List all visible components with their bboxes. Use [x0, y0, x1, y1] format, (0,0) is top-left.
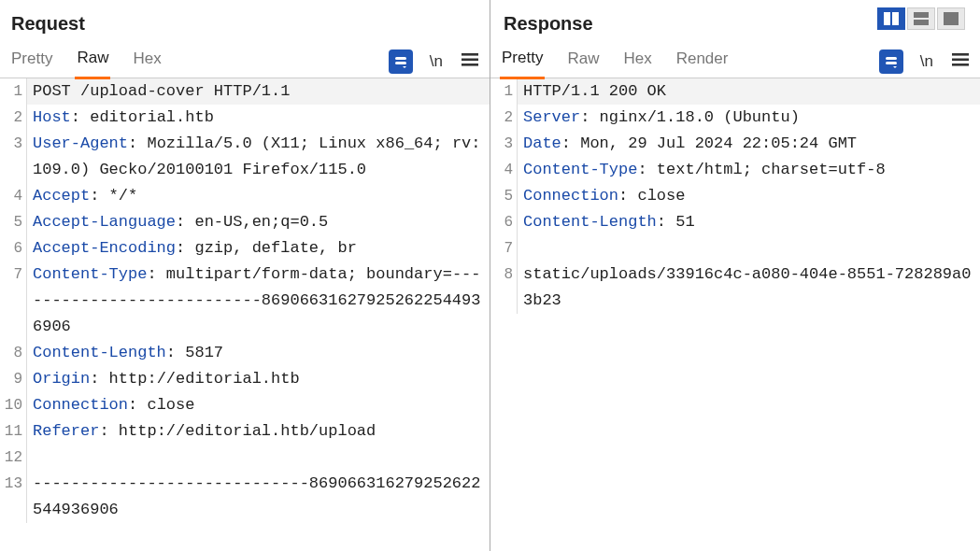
actions-icon[interactable] [879, 49, 903, 74]
response-editor[interactable]: 1HTTP/1.1 200 OK2Server: nginx/1.18.0 (U… [490, 78, 980, 551]
line-number: 10 [0, 392, 26, 418]
response-panel: Response Pretty Raw Hex Render \n 1HTTP/… [490, 0, 980, 551]
newline-toggle[interactable]: \n [918, 52, 935, 71]
line-content[interactable]: static/uploads/33916c4c-a080-404e-8551-7… [517, 261, 980, 314]
line-content[interactable]: Date: Mon, 29 Jul 2024 22:05:24 GMT [517, 131, 980, 157]
svg-rect-13 [952, 59, 969, 62]
menu-icon[interactable] [950, 52, 971, 71]
text-segment: : en-US,en;q=0.5 [176, 213, 328, 231]
editor-line: 3User-Agent: Mozilla/5.0 (X11; Linux x86… [0, 131, 490, 183]
tab-response-raw[interactable]: Raw [565, 46, 601, 78]
tab-response-hex[interactable]: Hex [621, 46, 653, 78]
editor-line: 5Accept-Language: en-US,en;q=0.5 [0, 209, 490, 235]
header-name: Date [523, 134, 561, 152]
header-name: Accept [33, 187, 90, 205]
line-number: 1 [490, 78, 517, 105]
header-name: Accept-Language [33, 213, 176, 231]
text-segment: : http://editorial.htb [90, 370, 299, 388]
line-number: 1 [0, 78, 26, 105]
editor-line: 6Content-Length: 51 [490, 209, 980, 235]
line-content[interactable]: Content-Length: 5817 [26, 340, 490, 366]
actions-icon[interactable] [389, 49, 413, 74]
header-name: Host [33, 108, 71, 126]
line-content[interactable]: Accept: */* [26, 183, 490, 209]
svg-rect-12 [952, 53, 969, 56]
line-number: 9 [0, 366, 26, 392]
text-segment: : close [128, 396, 194, 414]
editor-line: 4Accept: */* [0, 183, 490, 209]
line-number: 4 [0, 183, 26, 209]
editor-line: 10Connection: close [0, 392, 490, 418]
line-content[interactable]: -----------------------------86906631627… [26, 471, 490, 523]
text-segment: : http://editorial.htb/upload [99, 422, 376, 440]
line-content[interactable]: Host: editorial.htb [26, 105, 490, 131]
line-content[interactable]: Accept-Encoding: gzip, deflate, br [26, 235, 490, 261]
tab-response-pretty[interactable]: Pretty [500, 45, 545, 79]
editor-line: 13-----------------------------869066316… [0, 471, 490, 523]
tab-request-raw[interactable]: Raw [75, 45, 110, 79]
editor-line: 7 [490, 235, 980, 261]
header-name: Connection [523, 187, 618, 205]
request-title: Request [0, 0, 490, 40]
editor-line: 2Host: editorial.htb [0, 105, 490, 131]
line-number: 13 [0, 471, 26, 497]
response-title: Response [490, 0, 980, 40]
text-segment: : editorial.htb [71, 108, 214, 126]
request-editor[interactable]: 1POST /upload-cover HTTP/1.12Host: edito… [0, 78, 490, 551]
text-segment: HTTP/1.1 200 OK [523, 82, 666, 100]
text-segment: : close [618, 187, 685, 205]
editor-line: 7Content-Type: multipart/form-data; boun… [0, 261, 490, 340]
request-tabs: Pretty Raw Hex \n [0, 40, 490, 78]
editor-line: 6Accept-Encoding: gzip, deflate, br [0, 235, 490, 261]
tab-request-hex[interactable]: Hex [131, 46, 163, 78]
tab-response-render[interactable]: Render [675, 46, 731, 78]
line-content[interactable] [26, 445, 490, 471]
line-number: 2 [0, 105, 26, 131]
header-name: Content-Type [523, 161, 637, 178]
header-name: Content-Length [523, 213, 657, 231]
response-tabs: Pretty Raw Hex Render \n [490, 40, 980, 78]
line-content[interactable]: Referer: http://editorial.htb/upload [26, 418, 490, 445]
line-content[interactable]: Content-Type: multipart/form-data; bound… [26, 261, 490, 340]
editor-line: 4Content-Type: text/html; charset=utf-8 [490, 157, 980, 183]
line-content[interactable]: POST /upload-cover HTTP/1.1 [26, 78, 490, 105]
line-content[interactable]: User-Agent: Mozilla/5.0 (X11; Linux x86_… [26, 131, 490, 183]
text-segment: : gzip, deflate, br [176, 239, 357, 257]
line-number: 11 [0, 418, 26, 445]
header-name: Server [523, 108, 580, 126]
panels: Request Pretty Raw Hex \n 1POST /upload-… [0, 0, 980, 551]
tab-request-pretty[interactable]: Pretty [9, 46, 54, 78]
line-content[interactable]: HTTP/1.1 200 OK [517, 78, 980, 105]
menu-icon[interactable] [460, 52, 480, 71]
line-content[interactable]: Origin: http://editorial.htb [26, 366, 490, 392]
svg-rect-11 [886, 62, 897, 64]
svg-rect-6 [395, 62, 406, 64]
svg-rect-8 [462, 59, 478, 62]
text-segment: -----------------------------86906631627… [33, 474, 480, 518]
svg-rect-5 [395, 57, 406, 60]
text-segment: static/uploads/33916c4c-a080-404e-8551-7… [523, 265, 971, 309]
line-content[interactable]: Accept-Language: en-US,en;q=0.5 [26, 209, 490, 235]
line-content[interactable]: Content-Type: text/html; charset=utf-8 [517, 157, 980, 183]
header-name: Accept-Encoding [33, 239, 176, 257]
header-name: Connection [33, 396, 128, 414]
editor-line: 1HTTP/1.1 200 OK [490, 78, 980, 105]
editor-line: 2Server: nginx/1.18.0 (Ubuntu) [490, 105, 980, 131]
line-number: 6 [490, 209, 517, 235]
editor-line: 9Origin: http://editorial.htb [0, 366, 490, 392]
line-content[interactable]: Content-Length: 51 [517, 209, 980, 235]
line-content[interactable]: Connection: close [26, 392, 490, 418]
editor-line: 8static/uploads/33916c4c-a080-404e-8551-… [490, 261, 980, 314]
newline-toggle[interactable]: \n [428, 52, 445, 71]
line-content[interactable] [517, 235, 980, 261]
svg-rect-9 [462, 64, 478, 66]
line-number: 4 [490, 157, 517, 183]
line-number: 8 [490, 261, 517, 288]
editor-line: 1POST /upload-cover HTTP/1.1 [0, 78, 490, 105]
line-number: 7 [0, 261, 26, 288]
header-name: User-Agent [33, 134, 128, 152]
line-content[interactable]: Server: nginx/1.18.0 (Ubuntu) [517, 105, 980, 131]
text-segment: : */* [90, 187, 137, 205]
text-segment: : nginx/1.18.0 (Ubuntu) [580, 108, 800, 126]
line-content[interactable]: Connection: close [517, 183, 980, 209]
